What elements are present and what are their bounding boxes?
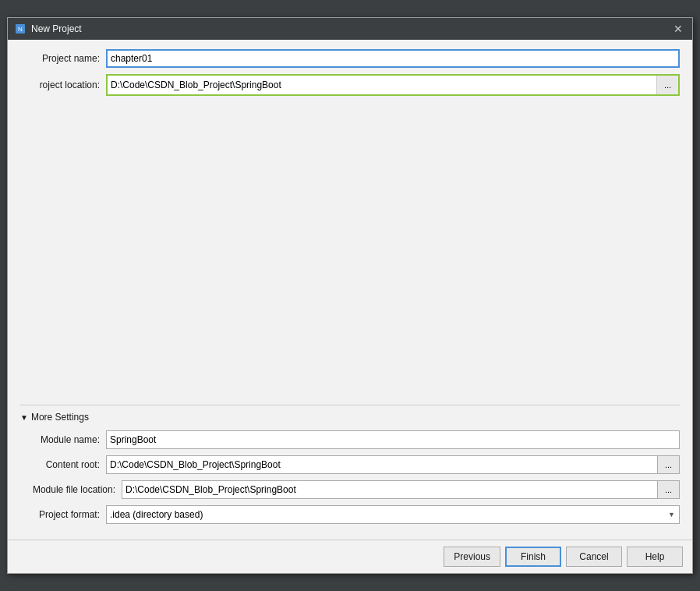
module-file-location-row: Module file location: ...: [20, 480, 680, 499]
project-location-label: roject location:: [20, 80, 106, 90]
svg-text:N: N: [18, 26, 23, 33]
new-project-dialog: N New Project ✕ Project name: roject loc…: [7, 17, 693, 574]
more-settings-section: ▼ More Settings Module name: Content roo…: [20, 412, 680, 524]
module-file-location-input-group: ...: [122, 480, 680, 499]
project-name-input[interactable]: [106, 49, 680, 68]
module-file-location-input[interactable]: [122, 480, 658, 499]
content-root-input[interactable]: [106, 455, 658, 474]
module-file-location-browse-button[interactable]: ...: [658, 480, 680, 499]
project-format-label: Project format:: [20, 509, 106, 520]
settings-divider: [20, 405, 680, 405]
dialog-title: New Project: [31, 23, 670, 34]
more-settings-arrow: ▼: [20, 413, 28, 422]
module-name-row: Module name:: [20, 430, 680, 449]
more-settings-label: More Settings: [31, 412, 89, 423]
finish-button[interactable]: Finish: [505, 547, 561, 567]
project-location-row: roject location: ...: [20, 74, 680, 96]
content-root-input-group: ...: [106, 455, 680, 474]
help-button[interactable]: Help: [627, 547, 683, 567]
project-format-select-wrapper: .idea (directory based): [106, 505, 680, 524]
cancel-button[interactable]: Cancel: [566, 547, 622, 567]
content-root-row: Content root: ...: [20, 455, 680, 474]
dialog-body: Project name: roject location: ... ▼ Mor…: [8, 40, 692, 540]
content-spacer: [20, 102, 680, 398]
content-root-browse-button[interactable]: ...: [658, 455, 680, 474]
project-format-select[interactable]: .idea (directory based): [106, 505, 680, 524]
project-location-browse-button[interactable]: ...: [656, 76, 678, 94]
project-name-label: Project name:: [20, 53, 106, 64]
previous-button[interactable]: Previous: [444, 547, 500, 567]
module-name-label: Module name:: [20, 434, 106, 445]
project-format-row: Project format: .idea (directory based): [20, 505, 680, 524]
module-file-location-label: Module file location:: [20, 484, 122, 495]
module-name-input[interactable]: [106, 430, 680, 449]
dialog-icon: N: [14, 23, 27, 35]
project-location-input[interactable]: [108, 76, 656, 94]
content-root-label: Content root:: [20, 459, 106, 470]
dialog-footer: Previous Finish Cancel Help: [8, 540, 692, 573]
title-bar: N New Project ✕: [8, 18, 692, 40]
project-name-row: Project name:: [20, 49, 680, 68]
close-button[interactable]: ✕: [670, 21, 686, 37]
more-settings-header[interactable]: ▼ More Settings: [20, 412, 680, 423]
